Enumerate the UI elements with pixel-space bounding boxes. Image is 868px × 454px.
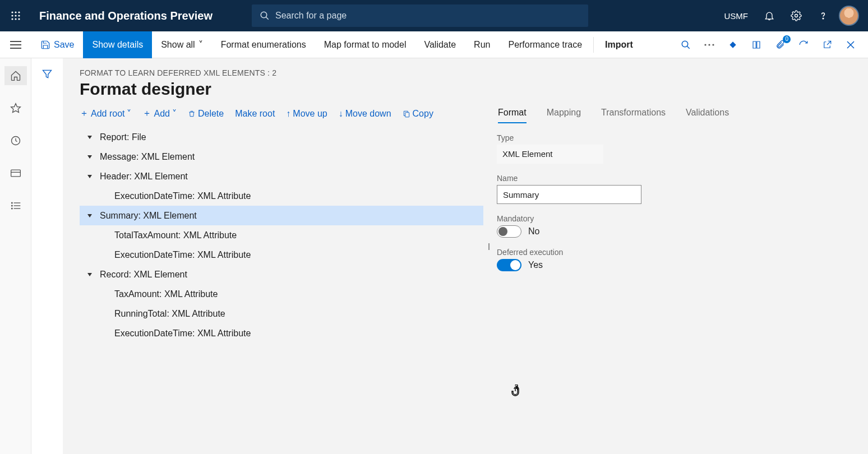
- gear-icon[interactable]: [785, 4, 807, 27]
- filter-column: [31, 58, 63, 454]
- tab-mapping[interactable]: Mapping: [547, 108, 581, 123]
- avatar[interactable]: [839, 6, 859, 26]
- name-field[interactable]: [497, 185, 641, 204]
- mandatory-label: Mandatory: [497, 214, 855, 223]
- import-button[interactable]: Import: [596, 31, 642, 58]
- search-box[interactable]: Search for a page: [252, 4, 588, 27]
- name-label: Name: [497, 174, 855, 183]
- rail-clock-icon[interactable]: [4, 131, 27, 150]
- close-icon[interactable]: [839, 33, 862, 57]
- copy-button[interactable]: Copy: [403, 109, 433, 119]
- tree-label: Header: XML Element: [100, 172, 188, 182]
- tree-row[interactable]: ExecutionDateTime: XML Attribute: [80, 186, 483, 206]
- type-label: Type: [497, 133, 855, 142]
- app-title: Finance and Operations Preview: [31, 10, 213, 22]
- tree-row[interactable]: TotalTaxAmount: XML Attribute: [80, 225, 483, 245]
- top-bar: Finance and Operations Preview Search fo…: [0, 0, 868, 31]
- collapse-icon[interactable]: [85, 211, 94, 220]
- make-root-button[interactable]: Make root: [235, 109, 275, 119]
- attach-icon[interactable]: 0: [768, 33, 792, 57]
- popout-icon[interactable]: [815, 33, 839, 57]
- performance-trace-button[interactable]: Performance trace: [499, 31, 591, 58]
- svg-rect-35: [405, 112, 409, 117]
- tree-row[interactable]: ExecutionDateTime: XML Attribute: [80, 245, 483, 265]
- svg-point-32: [11, 208, 12, 209]
- svg-point-18: [704, 44, 706, 45]
- hamburger-icon[interactable]: [0, 41, 31, 49]
- app-launcher-icon[interactable]: [0, 11, 31, 21]
- chevron-down-icon: ˅: [198, 39, 203, 50]
- tree-label: ExecutionDateTime: XML Attribute: [114, 328, 251, 339]
- tree-row[interactable]: TaxAmount: XML Attribute: [80, 284, 483, 304]
- tab-transformations[interactable]: Transformations: [601, 108, 666, 123]
- tree-pane: ＋Add root ˅ ＋Add ˅ Delete Make root ↑Mov…: [80, 108, 483, 343]
- tree-row[interactable]: RunningTotal: XML Attribute: [80, 304, 483, 323]
- add-root-button[interactable]: ＋Add root ˅: [80, 108, 131, 119]
- type-field: XML Element: [497, 145, 603, 164]
- rail-home-icon[interactable]: [4, 66, 27, 85]
- action-bar: Save Show details Show all ˅ Format enum…: [0, 31, 868, 58]
- show-details-button[interactable]: Show details: [83, 31, 152, 58]
- tabs: Format Mapping Transformations Validatio…: [497, 108, 855, 123]
- move-down-button[interactable]: ↓Move down: [339, 109, 391, 119]
- tab-format[interactable]: Format: [498, 108, 527, 123]
- tree-row[interactable]: Message: XML Element: [80, 147, 483, 166]
- map-format-button[interactable]: Map format to model: [315, 31, 415, 58]
- tree-label: Message: XML Element: [100, 152, 195, 162]
- tree-label: Record: XML Element: [100, 270, 187, 280]
- svg-marker-38: [87, 175, 92, 178]
- collapse-icon[interactable]: [85, 172, 94, 181]
- more-icon[interactable]: [698, 33, 721, 57]
- content: FORMAT TO LEARN DEFERRED XML ELEMENTS : …: [63, 58, 868, 454]
- add-button[interactable]: ＋Add ˅: [142, 108, 176, 119]
- main: FORMAT TO LEARN DEFERRED XML ELEMENTS : …: [0, 58, 868, 454]
- filter-icon[interactable]: [41, 68, 53, 454]
- diamond-icon[interactable]: [721, 33, 745, 57]
- tree-row[interactable]: Header: XML Element: [80, 166, 483, 186]
- splitter-handle[interactable]: ||: [488, 242, 489, 250]
- properties-pane: || Format Mapping Transformations Valida…: [497, 108, 855, 343]
- tree-label: TotalTaxAmount: XML Attribute: [114, 230, 237, 240]
- collapse-icon[interactable]: [85, 133, 94, 142]
- svg-marker-39: [87, 214, 92, 217]
- tree-label: Report: File: [100, 132, 146, 142]
- svg-line-10: [266, 17, 269, 20]
- rail-star-icon[interactable]: [4, 99, 27, 118]
- book-icon[interactable]: [745, 33, 768, 57]
- rail-list-icon[interactable]: [4, 196, 27, 215]
- chevron-down-icon: ˅: [127, 108, 131, 119]
- run-button[interactable]: Run: [465, 31, 499, 58]
- company-code[interactable]: USMF: [719, 11, 754, 21]
- bell-icon[interactable]: [758, 4, 781, 27]
- tree-row[interactable]: Summary: XML Element: [80, 206, 483, 225]
- collapse-icon[interactable]: [85, 270, 94, 279]
- validate-button[interactable]: Validate: [415, 31, 465, 58]
- deferred-toggle[interactable]: [497, 259, 521, 271]
- svg-point-11: [795, 15, 798, 17]
- format-enumerations-button[interactable]: Format enumerations: [212, 31, 315, 58]
- svg-line-17: [687, 46, 690, 49]
- svg-point-9: [261, 12, 267, 18]
- tree-row[interactable]: Record: XML Element: [80, 265, 483, 284]
- svg-rect-26: [11, 170, 20, 177]
- svg-marker-40: [87, 273, 92, 276]
- refresh-icon[interactable]: [792, 33, 815, 57]
- tree-label: ExecutionDateTime: XML Attribute: [114, 191, 251, 201]
- svg-point-8: [18, 18, 20, 20]
- delete-button[interactable]: Delete: [188, 109, 224, 119]
- show-all-button[interactable]: Show all ˅: [152, 31, 211, 58]
- move-up-button[interactable]: ↑Move up: [286, 109, 327, 119]
- svg-point-12: [823, 18, 824, 19]
- search-icon[interactable]: [674, 33, 698, 57]
- tree-label: ExecutionDateTime: XML Attribute: [114, 250, 251, 260]
- tree-label: TaxAmount: XML Attribute: [114, 289, 218, 299]
- tab-validations[interactable]: Validations: [686, 108, 729, 123]
- collapse-icon[interactable]: [85, 152, 94, 161]
- mandatory-toggle[interactable]: [497, 225, 521, 238]
- rail-card-icon[interactable]: [4, 164, 27, 183]
- tree-row[interactable]: Report: File: [80, 127, 483, 147]
- help-icon[interactable]: [812, 4, 834, 27]
- tree-row[interactable]: ExecutionDateTime: XML Attribute: [80, 323, 483, 343]
- save-button[interactable]: Save: [31, 31, 83, 58]
- svg-marker-36: [87, 136, 92, 139]
